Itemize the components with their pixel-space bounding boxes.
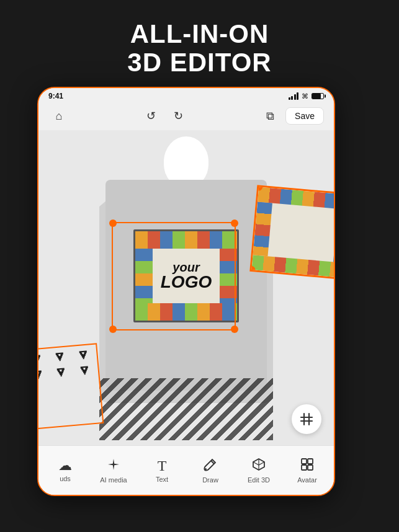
page-header: ALL-IN-ON 3D EDITOR [0,0,399,88]
toolbar-center: ↺ ↻ [140,105,189,126]
sparkle-icon [107,458,120,471]
layers-button[interactable]: ⧉ [259,105,280,126]
tab-draw[interactable]: Draw [192,453,229,489]
toolbar-left: ⌂ [48,105,69,126]
uploads-icon: ☁ [58,459,72,472]
home-button[interactable]: ⌂ [48,105,69,126]
toolbar-right: ⧉ Save [259,105,324,126]
tab-text[interactable]: T Text [143,453,181,488]
logo-border-bottom [135,303,237,321]
arrow-item: ⛛ [48,349,71,365]
page-title-line1: ALL-IN-ON [0,20,399,48]
grid-button[interactable] [292,404,321,434]
avatar-label: Avatar [297,476,317,484]
svg-rect-8 [308,465,313,470]
shirt-bottom-pattern [99,378,273,440]
draw-icon [204,458,217,474]
mannequin: your LOGO [81,130,292,440]
battery-icon [312,93,324,99]
tab-uploads[interactable]: ☁ uds [47,454,84,487]
svg-rect-5 [302,459,307,464]
page-title-line2: 3D EDITOR [0,48,399,77]
arrow-item: ⛛ [50,365,73,381]
svg-point-4 [205,468,207,470]
brush-icon [204,458,217,471]
avatar-icon [300,458,314,474]
signal-icon [289,92,299,100]
status-time: 9:41 [48,92,63,100]
bottom-toolbar: ☁ uds AI media T Text Draw [38,445,334,495]
svg-rect-6 [308,459,313,464]
fd-border-left [253,202,272,256]
wifi-icon: ⌘ [302,92,308,100]
status-icons: ⌘ [289,92,325,100]
cube-icon [252,458,266,471]
tab-edit-3d[interactable]: Edit 3D [240,453,277,489]
arrow-item: ⛛ [38,366,50,383]
text-label: Text [156,476,168,483]
arrow-item: ⛛ [73,363,96,379]
draw-label: Draw [202,476,218,484]
edit-3d-label: Edit 3D [248,476,270,484]
edit-3d-icon [252,458,266,474]
canvas-area: your LOGO ⛛ [38,130,334,459]
floating-arrows[interactable]: ⛛ ⛛ ⛛ ⛛ ⛛ ⛛ ⛛ ⛛ [38,343,104,432]
ai-media-icon [107,458,120,474]
logo-design[interactable]: your LOGO [133,229,239,322]
logo-border-left [135,249,153,303]
logo-logo-text: LOGO [161,273,212,291]
status-bar: 9:41 ⌘ [38,88,334,102]
logo-text-area: your LOGO [153,249,220,303]
save-button[interactable]: Save [285,107,324,125]
logo-your-text: your [173,261,199,273]
tab-ai-media[interactable]: AI media [95,453,132,489]
arrow-item: ⛛ [38,351,48,367]
device-frame: 9:41 ⌘ ⌂ ↺ ↻ ⧉ Save [37,87,335,496]
arrow-item: ⛛ [71,347,94,363]
redo-button[interactable]: ↻ [168,105,189,126]
tab-avatar[interactable]: Avatar [289,453,326,489]
uploads-label: uds [60,475,71,482]
fd-border-right [333,209,334,264]
svg-rect-7 [302,465,307,470]
text-icon: T [158,458,167,473]
logo-border-top [135,231,237,249]
logo-border-right [220,249,237,303]
hashtag-icon [300,412,313,426]
ai-media-label: AI media [100,476,127,484]
editor-toolbar: ⌂ ↺ ↻ ⧉ Save [38,102,334,130]
avatar-svg-icon [300,458,314,471]
undo-button[interactable]: ↺ [140,105,161,126]
floating-design[interactable] [249,185,334,280]
arrows-grid: ⛛ ⛛ ⛛ ⛛ ⛛ ⛛ ⛛ ⛛ [38,344,99,387]
